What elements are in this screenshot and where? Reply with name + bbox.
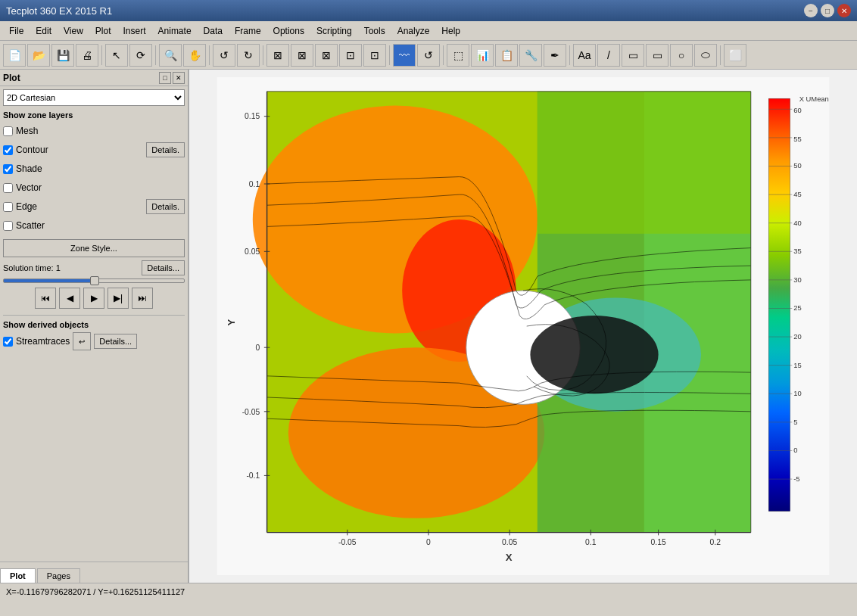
rect-tool-button[interactable]: ▭ [622,44,644,67]
svg-text:15: 15 [793,361,801,369]
panel-float-button[interactable]: □ [159,72,171,84]
playback-first-button[interactable]: ⏮ [35,288,56,309]
statusbar: X=-0.11679796282071 / Y=+0.1625112541112… [0,583,857,599]
svg-text:0.05: 0.05 [245,247,260,256]
titlebar: Tecplot 360 EX 2015 R1 − □ ✕ [0,0,857,21]
solution-time-row: Solution time: 1 Details... [3,260,185,275]
menu-item-animate[interactable]: Animate [152,24,198,38]
undo-button[interactable]: ↺ [213,44,235,67]
menu-item-options[interactable]: Options [267,24,310,38]
text-tool-button[interactable]: Aa [573,44,596,67]
svg-text:60: 60 [793,106,801,114]
menu-item-tools[interactable]: Tools [358,24,391,38]
svg-text:-0.05: -0.05 [242,408,260,416]
t1-button[interactable]: ⊠ [266,44,289,67]
t5-button[interactable]: ⊡ [363,44,386,67]
layer-mesh-row: Mesh [3,123,185,139]
toolbar-separator [101,45,102,65]
menu-item-data[interactable]: Data [198,24,229,38]
layer-scatter-row: Scatter [3,217,185,234]
open-button[interactable]: 📂 [27,44,50,67]
playback-prev-button[interactable]: ◀ [59,288,80,309]
solution-slider-thumb[interactable] [90,276,99,285]
streamtraces-icon-button[interactable]: ↩ [73,332,91,350]
solution-slider[interactable] [3,278,185,283]
menu-item-help[interactable]: Help [435,24,466,38]
panel-header: Plot □ ✕ [0,70,188,86]
panel-close-button[interactable]: ✕ [173,72,185,84]
svg-text:10: 10 [793,389,801,397]
menu-item-insert[interactable]: Insert [117,24,152,38]
contour-details-button[interactable]: Details. [146,142,185,157]
panel-content: 2D Cartesian3D CartesianPolar LineSketch… [0,86,188,562]
tab-plot[interactable]: Plot [0,568,36,583]
playback-last-button[interactable]: ⏭ [132,288,153,309]
visualization-svg: -0.05 0 0.05 0.1 0.15 0.2 [197,77,849,575]
t11-button[interactable]: 🔧 [519,44,542,67]
t3-button[interactable]: ⊠ [315,44,338,67]
menu-item-analyze[interactable]: Analyze [391,24,436,38]
layer-vector-checkbox[interactable] [3,183,13,193]
tab-pages[interactable]: Pages [37,568,80,583]
svg-text:-5: -5 [793,474,799,483]
solution-time-label: Solution time: 1 [3,263,61,272]
print-button[interactable]: 🖨 [76,44,98,67]
plot-canvas[interactable]: -0.05 0 0.05 0.1 0.15 0.2 [197,77,849,575]
layer-scatter-label: Scatter [16,220,45,231]
pan-button[interactable]: ✋ [183,44,206,67]
layer-scatter-checkbox[interactable] [3,221,13,231]
menu-item-view[interactable]: View [58,24,89,38]
svg-text:-0.1: -0.1 [246,471,260,480]
menu-item-file[interactable]: File [3,24,30,38]
t12-button[interactable]: ✒ [544,44,566,67]
menu-item-edit[interactable]: Edit [30,24,58,38]
svg-text:X: X [506,552,513,563]
zoom-button[interactable]: 🔍 [159,44,182,67]
svg-text:0: 0 [255,344,260,352]
menu-item-scripting[interactable]: Scripting [310,24,358,38]
line-tool-button[interactable]: / [597,44,620,67]
rect2-tool-button[interactable]: ▭ [646,44,668,67]
circle-tool-button[interactable]: ○ [670,44,693,67]
close-button[interactable]: ✕ [837,4,851,17]
streamtraces-details-button[interactable]: Details... [94,334,137,349]
svg-text:20: 20 [793,332,801,341]
edge-details-button[interactable]: Details. [146,199,185,214]
layer-shade-checkbox[interactable] [3,164,13,174]
layer-contour-checkbox[interactable] [3,145,13,155]
show-derived-label: Show derived objects [3,320,185,329]
select-button[interactable]: ↖ [105,44,128,67]
t7-button[interactable]: ↺ [417,44,440,67]
streamtraces-checkbox[interactable] [3,337,13,347]
minimize-button[interactable]: − [804,4,818,17]
svg-text:0.1: 0.1 [585,538,597,546]
export-button[interactable]: ⬜ [724,44,746,67]
maximize-button[interactable]: □ [821,4,834,17]
save-button[interactable]: 💾 [51,44,74,67]
toolbar: 📄📂💾🖨↖⟳🔍✋↺↻⊠⊠⊠⊡⊡〰↺⬚📊📋🔧✒Aa/▭▭○⬭⬜ [0,41,857,70]
active-button[interactable]: 〰 [393,44,416,67]
solution-details-button[interactable]: Details... [142,260,185,275]
svg-text:-0.05: -0.05 [338,538,357,546]
redo-button[interactable]: ↻ [237,44,260,67]
t9-button[interactable]: 📊 [471,44,494,67]
svg-text:40: 40 [793,219,801,227]
new-button[interactable]: 📄 [3,44,26,67]
svg-point-11 [530,316,658,394]
t8-button[interactable]: ⬚ [447,44,469,67]
svg-text:35: 35 [793,247,801,255]
layer-edge-checkbox[interactable] [3,202,13,212]
t4-button[interactable]: ⊡ [339,44,362,67]
plot-type-select[interactable]: 2D Cartesian3D CartesianPolar LineSketch… [3,89,185,106]
ellipse-tool-button[interactable]: ⬭ [694,44,717,67]
zone-style-button[interactable]: Zone Style... [3,239,185,257]
layer-mesh-checkbox[interactable] [3,126,13,136]
playback-play-button[interactable]: ▶ [83,288,104,309]
rotate-button[interactable]: ⟳ [129,44,152,67]
menu-item-frame[interactable]: Frame [229,24,267,38]
t10-button[interactable]: 📋 [495,44,518,67]
t2-button[interactable]: ⊠ [291,44,313,67]
show-zone-layers-label: Show zone layers [3,110,185,120]
playback-next-button[interactable]: ▶| [108,288,129,309]
menu-item-plot[interactable]: Plot [89,24,117,38]
